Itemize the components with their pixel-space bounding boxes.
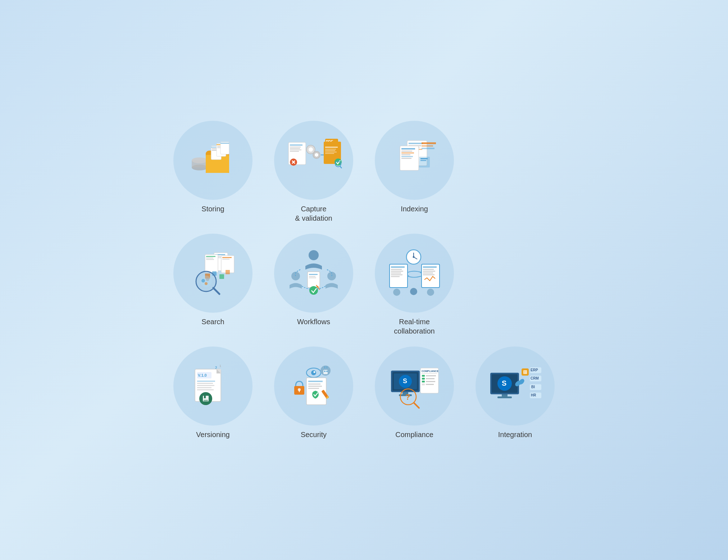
svg-rect-120 [197, 383, 213, 384]
svg-rect-55 [420, 160, 426, 161]
svg-text:?: ? [405, 393, 410, 401]
svg-rect-67 [206, 256, 215, 257]
circle-security [274, 346, 353, 426]
circle-compliance: S COMPLIANCE [375, 346, 454, 426]
svg-point-24 [309, 147, 313, 152]
icon-capture: PDF [285, 132, 342, 189]
card-compliance[interactable]: S COMPLIANCE [368, 346, 461, 439]
svg-rect-95 [391, 266, 405, 268]
svg-text:COMPLIANCE: COMPLIANCE [422, 370, 438, 372]
svg-rect-96 [391, 269, 402, 270]
card-collaboration[interactable]: Real-time collaboration [368, 234, 461, 336]
svg-rect-51 [401, 156, 413, 157]
svg-text:HR: HR [531, 393, 536, 397]
svg-rect-174 [497, 396, 512, 398]
svg-rect-123 [197, 389, 214, 390]
svg-line-168 [414, 403, 419, 408]
svg-rect-56 [422, 142, 436, 144]
svg-text:V.1.0: V.1.0 [198, 373, 207, 377]
svg-point-76 [201, 279, 205, 283]
card-indexing[interactable]: Indexing [368, 121, 461, 223]
svg-text:1: 1 [219, 364, 221, 368]
svg-point-26 [315, 153, 318, 157]
svg-rect-69 [206, 259, 214, 260]
label-security: Security [301, 430, 327, 439]
svg-point-109 [393, 289, 400, 296]
svg-rect-163 [426, 381, 435, 382]
svg-rect-73 [226, 270, 230, 274]
label-indexing: Indexing [401, 204, 428, 214]
svg-text:⊞: ⊞ [523, 369, 527, 375]
label-storing: Storing [201, 204, 224, 214]
card-storing[interactable]: Storing [166, 121, 260, 223]
svg-rect-34 [325, 150, 335, 151]
svg-rect-128 [204, 400, 208, 401]
svg-rect-144 [308, 386, 322, 387]
svg-rect-142 [308, 381, 323, 382]
card-security[interactable]: Security [267, 346, 360, 439]
svg-rect-17 [290, 148, 300, 149]
card-versioning[interactable]: 2 1 V.1.0 [166, 346, 260, 439]
svg-rect-84 [309, 274, 318, 275]
label-search: Search [201, 317, 224, 326]
svg-point-78 [205, 282, 208, 285]
svg-rect-121 [197, 385, 214, 386]
svg-rect-58 [422, 148, 434, 149]
icon-collaboration [386, 244, 443, 302]
svg-rect-106 [423, 274, 434, 275]
circle-workflows [274, 234, 353, 313]
label-integration: Integration [498, 430, 532, 439]
label-collaboration: Real-time collaboration [394, 317, 434, 336]
svg-line-79 [213, 288, 219, 294]
svg-line-39 [340, 166, 342, 168]
svg-text:BI: BI [531, 385, 535, 389]
icon-storing [184, 132, 242, 189]
svg-rect-13 [220, 143, 229, 144]
card-integration[interactable]: S ⊞ ERP CRM [468, 346, 562, 439]
svg-point-93 [413, 256, 414, 258]
feature-grid: Storing [166, 121, 562, 439]
svg-rect-105 [423, 272, 433, 274]
svg-rect-41 [409, 143, 423, 144]
icon-workflows [285, 244, 342, 302]
svg-rect-36 [325, 153, 334, 154]
icon-search [184, 244, 242, 302]
circle-versioning: 2 1 V.1.0 [173, 346, 252, 426]
svg-point-87 [309, 286, 318, 295]
svg-rect-122 [197, 387, 211, 388]
circle-collaboration [375, 234, 454, 313]
card-capture[interactable]: PDF Capture & validation [267, 121, 360, 223]
svg-point-80 [309, 250, 319, 260]
svg-rect-133 [323, 370, 328, 374]
svg-rect-119 [197, 381, 215, 382]
card-search[interactable]: Search [166, 234, 260, 336]
svg-point-111 [427, 289, 434, 296]
svg-text:S: S [403, 377, 407, 385]
circle-capture: PDF [274, 121, 353, 200]
icon-security [285, 357, 342, 415]
circle-indexing [375, 121, 454, 200]
svg-rect-164 [422, 384, 425, 385]
svg-rect-104 [423, 271, 435, 272]
label-workflows: Workflows [297, 317, 330, 326]
svg-rect-159 [426, 375, 436, 376]
svg-rect-161 [426, 378, 434, 379]
card-workflows[interactable]: Workflows [267, 234, 360, 336]
label-compliance: Compliance [395, 430, 433, 439]
svg-rect-102 [423, 266, 437, 268]
svg-rect-52 [401, 158, 411, 159]
svg-point-131 [313, 371, 315, 373]
svg-rect-165 [426, 384, 434, 385]
svg-rect-99 [391, 274, 402, 275]
svg-rect-18 [290, 150, 301, 150]
svg-rect-65 [222, 259, 229, 260]
svg-text:CRM: CRM [531, 376, 539, 380]
svg-rect-66 [205, 254, 218, 272]
svg-rect-85 [309, 276, 315, 277]
icon-compliance: S COMPLIANCE [386, 357, 443, 415]
svg-rect-97 [391, 271, 403, 272]
svg-point-2 [192, 157, 208, 163]
svg-point-110 [410, 288, 417, 295]
icon-versioning: 2 1 V.1.0 [184, 357, 242, 415]
icon-integration: S ⊞ ERP CRM [486, 357, 544, 415]
